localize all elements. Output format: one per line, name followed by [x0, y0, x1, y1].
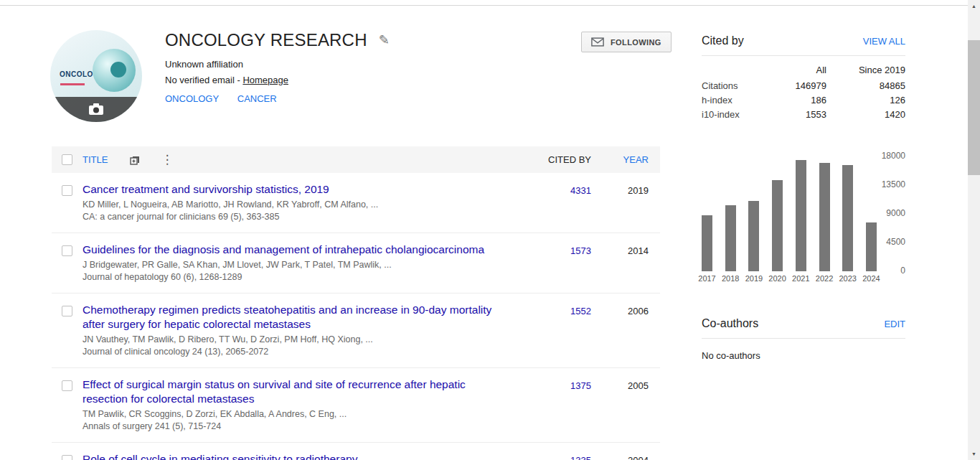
article-checkbox[interactable]: [62, 455, 72, 460]
citations-chart-bars: 20172018201920202021202220232024: [702, 156, 877, 271]
chart-x-label: 2018: [722, 274, 739, 283]
article-cited-count[interactable]: 1335: [527, 455, 591, 460]
chart-bar-column: 2023: [842, 156, 853, 271]
affiliation: Unknown affiliation: [165, 59, 567, 70]
email-line: No verified email - Homepage: [165, 75, 567, 85]
stat-citations-since: 84865: [826, 79, 905, 93]
articles-table: TITLE ⋮ CITED BY YEAR Cancer treatment a…: [52, 146, 660, 460]
select-all-checkbox[interactable]: [62, 154, 72, 165]
chart-y-tick: 18000: [882, 151, 905, 161]
homepage-link[interactable]: Homepage: [242, 75, 288, 85]
avatar-decoration: [60, 83, 85, 85]
articles-list: Cancer treatment and survivorship statis…: [52, 173, 660, 460]
profile-name: ONCOLOGY RESEARCH: [165, 30, 367, 50]
article-authors: KD Miller, L Nogueira, AB Mariotto, JH R…: [83, 199, 502, 210]
top-divider: [0, 5, 980, 6]
stat-i10index-label: i10-index: [702, 108, 771, 122]
chart-x-label: 2017: [698, 274, 715, 283]
article-year: 2004: [591, 455, 649, 460]
article-year: 2019: [591, 185, 649, 196]
chart-bar-2022[interactable]: [819, 163, 830, 271]
coauthors-title: Co-authors: [702, 317, 758, 330]
profile-info: ONCOLOGY RESEARCH ✎ Unknown affiliation …: [165, 30, 567, 104]
stat-hindex-all: 186: [771, 93, 826, 108]
sort-by-citations[interactable]: CITED BY: [527, 154, 591, 165]
article-cited-count[interactable]: 1375: [527, 380, 591, 391]
chart-bar-2017[interactable]: [702, 215, 712, 271]
add-articles-icon[interactable]: [129, 154, 141, 166]
article-title-link[interactable]: Role of cell cycle in mediating sensitiv…: [83, 453, 357, 460]
chart-x-label: 2019: [745, 274, 763, 283]
chart-y-tick: 4500: [886, 237, 905, 247]
stat-i10index-since: 1420: [826, 108, 905, 122]
more-options-icon[interactable]: ⋮: [161, 154, 173, 166]
coauthors-edit-link[interactable]: EDIT: [884, 319, 905, 329]
chart-bar-column: 2019: [748, 156, 759, 271]
chart-bar-column: 2020: [772, 156, 783, 271]
article-cited-count[interactable]: 1552: [527, 306, 591, 316]
chart-bar-2024[interactable]: [866, 222, 877, 271]
chart-y-tick: 9000: [886, 208, 905, 218]
article-venue: Journal of clinical oncology 24 (13), 20…: [83, 346, 502, 357]
chart-bar-2020[interactable]: [772, 180, 783, 271]
scroll-up-button[interactable]: ▲: [968, 0, 980, 12]
article-venue: Annals of surgery 241 (5), 715-724: [83, 421, 502, 432]
article-cited-count[interactable]: 1573: [527, 245, 591, 256]
interest-labels: ONCOLOGY CANCER: [165, 93, 567, 104]
article-checkbox[interactable]: [62, 380, 72, 391]
chart-bar-column: 2018: [725, 156, 736, 271]
article-checkbox[interactable]: [62, 245, 72, 256]
label-cancer[interactable]: CANCER: [237, 93, 277, 104]
stat-citations-all: 146979: [771, 79, 826, 93]
camera-icon: [88, 103, 104, 116]
chart-bar-column: 2021: [796, 156, 806, 271]
chart-bar-column: 2024: [866, 156, 877, 271]
article-authors: J Bridgewater, PR Galle, SA Khan, JM Llo…: [83, 259, 502, 271]
article-row: Guidelines for the diagnosis and managem…: [52, 233, 660, 294]
citation-stats: All Since 2019 Citations 146979 84865 h-…: [702, 62, 905, 122]
chart-bar-2021[interactable]: [796, 160, 806, 271]
following-email-icon: [591, 37, 604, 47]
chart-x-label: 2020: [768, 274, 786, 283]
cited-by-panel: Cited by VIEW ALL All Since 2019 Citatio…: [702, 34, 905, 361]
article-checkbox[interactable]: [62, 185, 72, 196]
cited-by-header: Cited by VIEW ALL: [702, 34, 905, 56]
chart-bar-column: 2022: [819, 156, 830, 271]
sort-by-title[interactable]: TITLE: [83, 154, 108, 165]
chart-bar-2023[interactable]: [842, 165, 853, 271]
avatar-graphic-inner: [110, 62, 126, 78]
edit-profile-icon[interactable]: ✎: [379, 32, 390, 48]
view-all-link[interactable]: VIEW ALL: [863, 36, 905, 47]
article-title-link[interactable]: Cancer treatment and survivorship statis…: [83, 183, 329, 195]
stat-citations-label: Citations: [702, 79, 771, 93]
stats-col-since: Since 2019: [826, 62, 905, 79]
coauthors-section: Co-authors EDIT No co-authors: [702, 317, 905, 361]
articles-header: TITLE ⋮ CITED BY YEAR: [52, 146, 660, 173]
article-title-link[interactable]: Chemotherapy regimen predicts steatohepa…: [83, 304, 491, 330]
article-title-link[interactable]: Effect of surgical margin status on surv…: [83, 378, 466, 405]
stats-col-all: All: [771, 62, 826, 79]
change-photo-button[interactable]: [50, 97, 142, 122]
chart-x-label: 2023: [839, 274, 856, 283]
article-title-link[interactable]: Guidelines for the diagnosis and managem…: [83, 243, 484, 255]
chart-bar-2018[interactable]: [725, 205, 736, 271]
following-button[interactable]: FOLLOWING: [581, 32, 672, 52]
article-cited-count[interactable]: 4331: [527, 185, 591, 196]
sort-by-year[interactable]: YEAR: [591, 154, 649, 165]
scroll-down-button[interactable]: ▼: [968, 448, 980, 460]
stat-hindex-since: 126: [826, 93, 905, 108]
chart-x-label: 2022: [816, 274, 833, 283]
page-scrollbar: ▲ ▼: [968, 0, 980, 460]
article-row: Role of cell cycle in mediating sensitiv…: [52, 443, 660, 460]
profile-avatar[interactable]: ONCOLOGY: [50, 30, 142, 122]
article-authors: JN Vauthey, TM Pawlik, D Ribero, TT Wu, …: [83, 334, 502, 345]
chart-bar-2019[interactable]: [748, 201, 759, 271]
label-oncology[interactable]: ONCOLOGY: [165, 93, 219, 104]
article-checkbox[interactable]: [62, 306, 72, 316]
following-label: FOLLOWING: [611, 38, 661, 47]
scrollbar-thumb[interactable]: [968, 40, 980, 175]
article-authors: TM Pawlik, CR Scoggins, D Zorzi, EK Abda…: [83, 408, 502, 420]
stat-hindex-label: h-index: [702, 93, 771, 108]
article-year: 2006: [591, 306, 649, 316]
chart-y-tick: 0: [900, 266, 905, 276]
